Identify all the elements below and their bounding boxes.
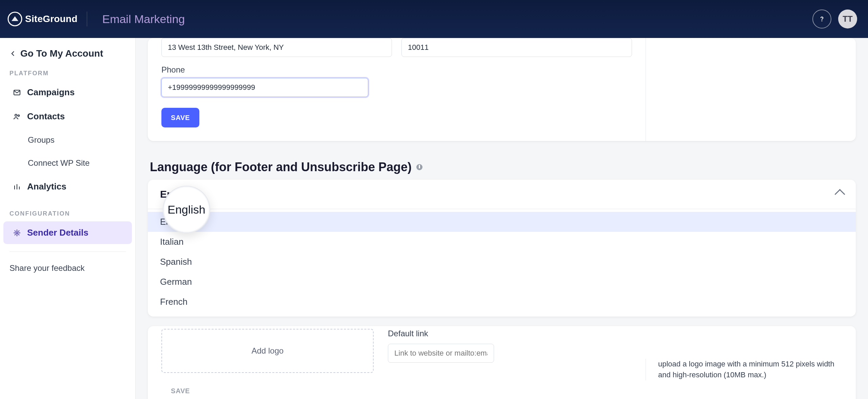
sidebar-item-label: Connect WP Site [28,158,90,168]
card-language: English English Italian Spanish German F… [148,180,856,317]
secondary-input[interactable] [401,38,632,57]
logo-uploader[interactable]: Add logo [161,329,374,373]
product-title: Email Marketing [102,13,185,26]
sidebar-item-contacts[interactable]: Contacts [3,105,132,128]
logo-hint: upload a logo image with a minimum 512 p… [658,359,844,380]
card-logo: Add logo Default link SAVE upload a logo… [148,326,856,399]
back-label: Go To My Account [20,48,103,59]
section-configuration: CONFIGURATION [0,199,135,220]
save-button[interactable]: SAVE [161,108,199,127]
language-selected: English [160,188,197,200]
language-option[interactable]: Spanish [148,252,856,272]
avatar[interactable]: TT [838,9,857,28]
default-link-input[interactable] [388,344,494,363]
share-feedback[interactable]: Share your feedback [0,259,135,277]
brand-block: SiteGround Email Marketing [7,11,185,27]
help-button[interactable] [812,9,831,28]
section-platform: PLATFORM [0,59,135,80]
brand-logo[interactable]: SiteGround [7,11,77,27]
app-header: SiteGround Email Marketing TT [0,0,868,38]
sidebar-item-campaigns[interactable]: Campaigns [3,81,132,104]
gear-icon [13,229,21,237]
language-option[interactable]: Italian [148,232,856,252]
language-option[interactable]: English [148,212,856,232]
brand-wordmark: SiteGround [25,14,77,24]
sidebar-item-groups[interactable]: Groups [3,129,132,151]
chart-icon [13,183,21,191]
mail-icon [13,88,21,97]
language-select[interactable]: English [148,180,856,209]
svg-point-4 [16,232,18,234]
sidebar-item-label: Campaigns [27,87,75,98]
sidebar-item-label: Analytics [27,181,66,192]
card-info-panel [646,38,856,141]
phone-input[interactable] [161,78,368,97]
default-link-label: Default link [388,329,632,338]
section-heading-language: Language (for Footer and Unsubscribe Pag… [150,160,854,174]
language-option[interactable]: German [148,272,856,292]
address-input[interactable] [161,38,392,57]
help-icon [817,15,826,23]
back-link[interactable]: Go To My Account [0,45,135,59]
arrow-left-icon [9,50,16,57]
header-actions: TT [812,9,857,28]
sidebar: Go To My Account PLATFORM Campaigns Cont… [0,38,136,399]
sidebar-item-sender-details[interactable]: Sender Details [3,221,132,244]
phone-label: Phone [161,65,368,75]
info-icon[interactable] [416,164,422,170]
divider [87,12,87,26]
sidebar-item-analytics[interactable]: Analytics [3,175,132,198]
language-option[interactable]: French [148,292,856,312]
card-sender-info: Phone SAVE [148,38,856,141]
layout: Go To My Account PLATFORM Campaigns Cont… [0,38,868,399]
people-icon [13,113,21,121]
language-options: English Italian Spanish German French [148,209,856,317]
sidebar-item-label: Groups [28,135,55,145]
heading-text: Language (for Footer and Unsubscribe Pag… [150,160,412,174]
svg-point-2 [15,114,17,116]
sidebar-item-label: Sender Details [27,227,88,238]
sidebar-item-label: Contacts [27,111,65,122]
save-button-disabled: SAVE [161,381,199,399]
sidebar-item-connect-wp[interactable]: Connect WP Site [3,152,132,174]
main: Phone SAVE Language (for Footer and Unsu… [136,38,868,399]
chevron-up-icon [834,189,845,199]
divider [9,252,126,252]
siteground-mark-icon [7,11,23,27]
uploader-text: Add logo [252,346,284,356]
svg-point-3 [18,115,20,116]
